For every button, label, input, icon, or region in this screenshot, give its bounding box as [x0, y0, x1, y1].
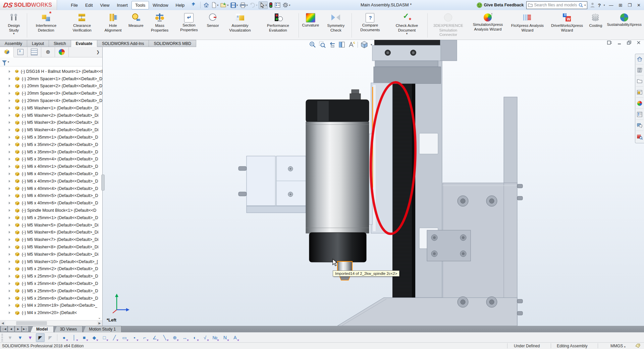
model-spindle[interactable]	[306, 90, 369, 280]
custom-properties-icon[interactable]	[636, 111, 643, 120]
tree-item[interactable]: (-) M6 x 40mm<3> (Default<<Default>_D	[0, 178, 102, 185]
menu-item[interactable]: View	[97, 1, 113, 9]
last-tab-icon[interactable]: ▶❘	[22, 326, 29, 332]
expand-arrow-icon[interactable]	[9, 231, 10, 234]
ribbon-button[interactable]: Section Properties	[174, 11, 205, 40]
expand-arrow-icon[interactable]	[9, 129, 10, 131]
tree-item[interactable]: (-) 20mm Spacer<3> (Default<<Default>_D	[0, 90, 102, 97]
toolbar-grip[interactable]	[1, 334, 3, 341]
expand-arrow-icon[interactable]	[9, 92, 10, 95]
doc-tab[interactable]: 3D Views	[54, 326, 83, 332]
expand-arrow-icon[interactable]	[9, 114, 10, 117]
model-circled-plate[interactable]	[371, 83, 392, 233]
tab-configuration-manager[interactable]	[28, 47, 41, 57]
tree-item[interactable]: (-) M5 Washer<10> (Default<<Default>_[	[0, 258, 102, 265]
doc-tile-icon[interactable]	[607, 41, 612, 45]
doc-restore-icon[interactable]	[627, 41, 631, 45]
tree-item[interactable]: (-) M5 Washer<9> (Default<<Default>_Di	[0, 251, 102, 258]
close-button[interactable]: ✕	[636, 3, 642, 8]
expand-arrow-icon[interactable]	[9, 238, 10, 241]
command-tab[interactable]: SOLIDWORKS MBD	[149, 40, 196, 47]
ribbon-button[interactable]: Hole Alignment	[100, 11, 126, 40]
ribbon-button[interactable]: Sensor	[204, 11, 221, 40]
doc-tab[interactable]: Model	[31, 326, 54, 332]
tree-item[interactable]: (-) M5 x 35mm<2> (Default<<Default>_D	[0, 141, 102, 148]
ribbon-button[interactable]: Costing	[587, 11, 604, 40]
tree-item[interactable]: (-) M6 x 40mm<1> (Default<<Default>_D	[0, 163, 102, 170]
expand-arrow-icon[interactable]	[9, 85, 10, 87]
filter-tool-button[interactable]	[110, 333, 119, 342]
solidworks-addins-icon[interactable]	[636, 133, 643, 142]
first-tab-icon[interactable]: ❘◀	[1, 326, 7, 332]
tree-item[interactable]: (-) M5 Washer<1> (Default<<Default>_Di	[0, 104, 102, 112]
expand-arrow-icon[interactable]	[9, 297, 10, 300]
ribbon-button[interactable]: Check Active Document	[387, 11, 426, 40]
filter-tool-button[interactable]	[70, 333, 78, 342]
expand-arrow-icon[interactable]	[9, 151, 10, 153]
tree-item[interactable]: (-) 20mm Spacer<4> (Default<<Default>_D	[0, 97, 102, 104]
filter-tool-button[interactable]	[6, 333, 14, 342]
expand-arrow-icon[interactable]	[9, 216, 10, 219]
ribbon-button[interactable]: Symmetry Check	[321, 11, 351, 40]
ribbon-button[interactable]: FloXpress Analysis Wizard	[507, 11, 547, 40]
filter-tool-button[interactable]	[36, 333, 45, 342]
user-account-icon[interactable]	[590, 2, 595, 8]
ribbon-button[interactable]: Assembly Visualization	[221, 11, 259, 40]
filter-tool-button[interactable]	[120, 333, 129, 342]
select-tool-button[interactable]: ▾	[259, 1, 268, 9]
filter-tool-button[interactable]	[231, 333, 239, 342]
rebuild-button[interactable]	[268, 1, 273, 9]
tree-item[interactable]: (-) M6 x 40mm<2> (Default<<Default>_D	[0, 170, 102, 178]
tree-item[interactable]: (-) M5 x 35mm<3> (Default<<Default>_D	[0, 148, 102, 156]
doc-tab[interactable]: Motion Study 1	[83, 326, 121, 332]
ribbon-button[interactable]: Mass Properties	[146, 11, 174, 40]
tree-item[interactable]: (-) M5 x 25mm<5> (Default<<Default>_D	[0, 287, 102, 295]
model-top-assembly[interactable]	[372, 40, 441, 84]
model-upper-column[interactable]	[504, 97, 517, 184]
filter-tool-button[interactable]	[57, 334, 57, 341]
expand-arrow-icon[interactable]	[9, 187, 10, 190]
print-button[interactable]: ▾	[239, 2, 248, 9]
ribbon-button[interactable]: DriveWorksXpress Wizard	[547, 11, 587, 40]
file-explorer-icon[interactable]	[636, 78, 643, 87]
expand-arrow-icon[interactable]	[9, 246, 10, 248]
menu-item[interactable]: File	[67, 1, 82, 9]
expand-arrow-icon[interactable]	[9, 202, 10, 204]
tree-item[interactable]: (-) M5 Washer<7> (Default<<Default>_Di	[0, 236, 102, 243]
panel-expand-chevron-icon[interactable]: ❯	[94, 50, 102, 54]
tree-item[interactable]: (-) M5 x 25mm<6> (Default<<Default>_D	[0, 295, 102, 302]
scrollbar-thumb[interactable]	[16, 321, 47, 325]
ribbon-button[interactable]: SimulationXpress Analysis Wizard	[468, 11, 507, 40]
tree-item[interactable]: (-) 20mm Spacer<2> (Default<<Default>_D	[0, 83, 102, 90]
expand-arrow-icon[interactable]	[9, 99, 10, 102]
tab-property-manager[interactable]	[14, 47, 28, 57]
tree-item[interactable]: (-) M5 Washer<6> (Default<<Default>_Di	[0, 229, 102, 236]
tree-item[interactable]: (-) M5 x 25mm<2> (Default<<Default>_D	[0, 265, 102, 273]
ribbon-button[interactable]: Compare Documents	[353, 11, 387, 40]
resources-home-icon[interactable]	[636, 55, 643, 64]
open-button[interactable]: ▾	[220, 1, 229, 9]
expand-arrow-icon[interactable]	[9, 275, 10, 278]
expand-arrow-icon[interactable]	[9, 194, 10, 197]
filter-tool-button[interactable]	[90, 333, 99, 342]
restore-button[interactable]: ❐	[626, 3, 633, 8]
expand-arrow-icon[interactable]	[9, 136, 10, 139]
expand-arrow-icon[interactable]	[9, 267, 10, 270]
tree-item[interactable]: (-) M4 x 20mm<20> (Default<	[0, 309, 102, 316]
next-tab-icon[interactable]: ▶	[15, 326, 21, 332]
view-palette-icon[interactable]	[636, 89, 643, 98]
model-spindle-mount-block[interactable]	[238, 156, 306, 213]
expand-arrow-icon[interactable]	[9, 260, 10, 263]
ribbon-button[interactable]: Interference Detection	[28, 11, 64, 40]
pin-icon[interactable]	[191, 2, 196, 8]
filter-tool-button[interactable]	[221, 333, 229, 342]
tree-item[interactable]: (-) M5 x 25mm<4> (Default<<Default>_D	[0, 280, 102, 287]
expand-arrow-icon[interactable]	[9, 143, 10, 146]
tab-dimxpert-manager[interactable]: ⊕	[41, 47, 55, 57]
tree-item[interactable]: (-) M5 Washer<5> (Default<<Default>_Di	[0, 221, 102, 229]
tree-item[interactable]: (-) 20mm Spacer<1> (Default<<Default>_D	[0, 75, 102, 83]
search-input[interactable]: Search files and models ▾	[526, 1, 587, 9]
tree-item[interactable]: (-) M5 Washer<3> (Default<<Default>_Di	[0, 119, 102, 127]
tree-item[interactable]: (-) M5 Washer<4> (Default<<Default>_Di	[0, 126, 102, 134]
ribbon-button[interactable]: 3DEXPERIENCE Simulation Connector	[428, 11, 468, 40]
